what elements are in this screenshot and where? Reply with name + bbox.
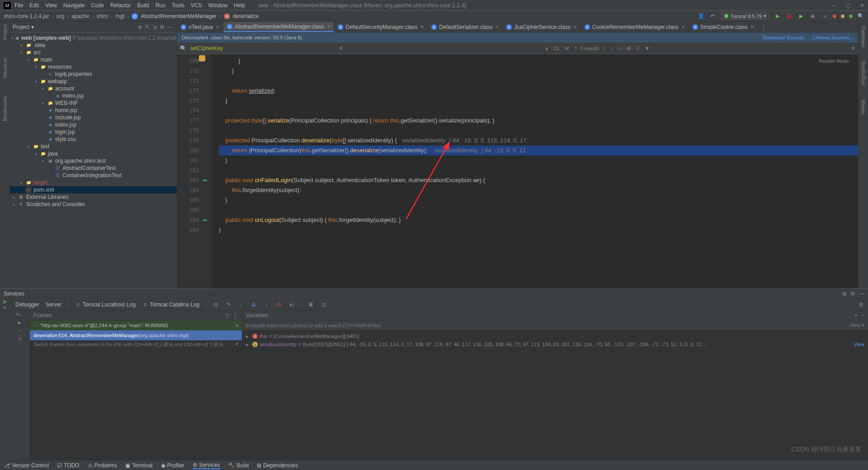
frames-list[interactable]: ✓ "http-nio-8081-exec-4"@2,244 in group … [30,320,242,460]
clear-search-icon[interactable]: ✕ [339,45,343,52]
tabs-overflow[interactable]: ⋮ [758,22,769,32]
maven-tool-button[interactable]: Maven [861,99,866,114]
download-sources-link[interactable]: Download Sources [763,35,804,40]
code-line[interactable]: return serialized; [219,86,858,96]
prev-match-icon[interactable]: ↑ [603,45,605,52]
collapse-icon[interactable]: ⇲ [152,24,160,30]
menu-build[interactable]: Build [137,2,149,9]
variable-row[interactable]: ▸pserializedIdentity = {byte[1337]@3951}… [246,340,864,348]
code-line[interactable]: protected PrincipalCollection deserializ… [219,136,858,146]
match-case-toggle[interactable]: Cc [554,46,560,51]
debugger-tab[interactable]: Debugger [15,301,39,308]
reader-mode-label[interactable]: Reader Mode [819,56,849,66]
menu-help[interactable]: Help [234,2,245,9]
tree-item[interactable]: ▸📁WEB-INF [10,99,177,107]
svc-tree-item[interactable]: ✓ [11,329,28,337]
menu-edit[interactable]: Edit [29,2,39,9]
next-match-icon[interactable]: ↓ [610,45,613,52]
structure-tool-button[interactable]: Structure [2,58,8,78]
thread-status-row[interactable]: ✓ "http-nio-8081-exec-4"@2,244 in group … [30,320,242,330]
variable-row[interactable]: ▸fthis = {CookieRememberMeManager@3401} [246,332,864,340]
bottom-tab-dependencies[interactable]: ⊞Dependencies [257,462,298,469]
close-tab-icon[interactable]: × [495,24,499,30]
evaluate-input[interactable]: Evaluate expression (Enter) or add a wat… [242,320,868,330]
tree-root[interactable]: ▾▣ web [samples-web] F:\javasec-env\shir… [10,34,177,42]
editor-tab[interactable]: cSimpleCookie.class× [689,22,758,32]
editor-tab[interactable]: cAbstractRememberMeManager.class× [223,22,334,32]
tree-item[interactable]: ◈index.jsp [10,121,177,128]
profile-button[interactable]: ◉ [809,13,816,20]
project-tree[interactable]: ▾▣ web [samples-web] F:\javasec-env\shir… [10,33,177,288]
tree-item[interactable]: ▾📁.idea [10,42,177,49]
code-line[interactable] [219,205,858,215]
breadcrumb-part[interactable]: shiro [96,13,108,19]
close-tab-icon[interactable]: × [327,24,330,30]
close-tab-icon[interactable]: × [682,24,685,30]
variables-list[interactable]: ▸fthis = {CookieRememberMeManager@3401}▸… [242,330,868,460]
evaluate-icon[interactable]: 🖩 [308,301,314,308]
services-tree[interactable]: To...▶✓⊘ [10,310,30,460]
tree-item[interactable]: ▾📁resources [10,63,177,70]
server-tab[interactable]: Server [46,301,61,308]
code-body[interactable]: Reader Mode } } return serialized; } pro… [212,54,858,288]
tree-item[interactable]: ⒸContainerIntegrationTest [10,172,177,179]
bottom-tab-profiler[interactable]: ◉Profiler [161,462,184,469]
breadcrumb-part[interactable]: mgt [115,13,124,19]
stop-button[interactable]: ■ [821,13,828,20]
breadcrumb-part[interactable]: org [57,13,64,19]
settings-icon[interactable]: ⚙ [160,24,167,30]
run-to-cursor-icon[interactable]: ▸| [288,301,295,308]
tree-item[interactable]: ◈include.jsp [10,114,177,121]
code-line[interactable]: } [219,155,858,165]
step-into-icon[interactable]: ↓ [238,301,244,308]
code-line[interactable]: } [219,225,858,235]
eval-lang-selector[interactable]: Java ▾ [850,322,864,328]
filter-icon[interactable]: ▽ [636,45,640,52]
code-line[interactable] [219,106,858,116]
menu-vcs[interactable]: VCS [191,2,202,9]
code-line[interactable]: } [219,56,858,66]
choose-sources-link[interactable]: Choose Sources... [813,35,854,40]
tree-item[interactable]: ▾📁src [10,49,177,56]
breadcrumb-part[interactable]: apache [71,13,89,19]
close-tab-icon[interactable]: × [751,24,754,30]
tree-item[interactable]: ▸✎Scratches and Consoles [10,201,177,208]
run-config-selector[interactable]: ⬢ Tomcat 8.5.79 ▾ [721,12,769,20]
hide-panel-icon[interactable]: — [859,291,864,297]
editor-tab[interactable]: cnTest.java× [177,22,223,32]
add-selection-icon[interactable]: ⊕ [627,45,631,52]
breadcrumb[interactable]: shiro-core-1.2.4.jar ›org ›apache ›shiro… [4,13,259,19]
code-line[interactable] [219,165,858,175]
tree-item[interactable]: ▾▣org.apache.shiro.test [10,157,177,164]
drop-frame-icon[interactable]: ⟲ [276,301,282,308]
menu-run[interactable]: Run [156,2,165,9]
maximize-icon[interactable]: ▢ [846,2,851,9]
tree-item[interactable]: ▾📁java [10,150,177,157]
step-out-icon[interactable]: ↑ [263,301,269,308]
back-icon[interactable]: ↶ [709,13,717,20]
select-all-icon[interactable]: ▭ [617,45,622,52]
intention-bulb-icon[interactable] [199,55,205,61]
regex-toggle[interactable]: .* [574,46,577,51]
close-hint-icon[interactable]: ✕ [234,341,238,347]
tree-item[interactable]: mpom.xml [10,186,177,193]
tree-item[interactable]: ◈home.jsp [10,107,177,114]
debug-button[interactable]: 🐞 [786,13,793,20]
code-line[interactable]: public void onFailedLogin(Subject subjec… [219,175,858,185]
bottom-tab-problems[interactable]: ⚠Problems [88,462,118,469]
menu-file[interactable]: File [14,2,23,9]
code-line[interactable]: } [219,66,858,76]
localhost-log-tab[interactable]: ≡Tomcat Localhost Log [75,301,136,308]
close-search-icon[interactable]: ✕ [851,45,855,52]
search-everywhere-icon[interactable]: 🔍 [857,13,864,20]
frame-row-selected[interactable]: deserialize:514, AbstractRememberMeManag… [30,330,242,340]
step-over-icon[interactable]: ↷ [225,301,231,308]
menu-tools[interactable]: Tools [172,2,184,9]
catalina-log-tab[interactable]: ≡Tomcat Catalina Log [142,301,199,308]
hide-icon[interactable]: — [167,24,174,30]
tree-item[interactable]: ▸📁target [10,179,177,186]
editor-tab[interactable]: cDefaultSecurityManager.class× [334,22,428,32]
code-editor[interactable]: 1691701711721731741771781791801811821831… [177,54,858,288]
close-tab-icon[interactable]: × [216,24,219,30]
search-input[interactable] [190,45,335,52]
